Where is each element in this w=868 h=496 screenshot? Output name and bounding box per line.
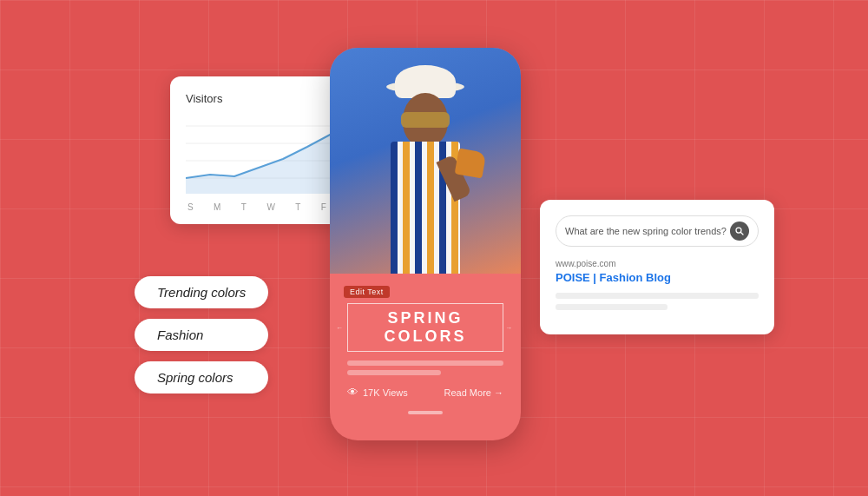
keyword-pills: Trending colors Fashion Spring colors	[135, 276, 268, 393]
search-result-card: What are the new spring color trends? ww…	[540, 200, 774, 334]
chart-labels: S M T W T F S	[186, 202, 354, 212]
person-figure	[356, 56, 495, 274]
eye-icon: 👁	[347, 386, 358, 399]
pill-trending-colors[interactable]: Trending colors	[135, 276, 268, 308]
search-button[interactable]	[730, 222, 749, 241]
chart-label-w: W	[266, 202, 274, 212]
chart-label-t1: T	[241, 202, 247, 212]
edit-text-badge[interactable]: Edit Text	[344, 286, 390, 298]
chart-label-s: S	[187, 202, 194, 212]
search-result-line-2	[556, 304, 667, 310]
chart-label-t2: T	[295, 202, 300, 212]
phone-card: Edit Text SPRING COLORS 👁 17K Views Read…	[330, 48, 521, 440]
phone-read-more-link[interactable]: Read More →	[444, 387, 503, 398]
chart-svg	[186, 116, 354, 194]
pizza	[455, 148, 487, 178]
pill-fashion[interactable]: Fashion	[135, 319, 268, 351]
svg-marker-4	[186, 122, 354, 194]
phone-line-1	[347, 360, 503, 366]
chart-label-f: F	[321, 202, 326, 212]
chart-title: Visitors	[186, 92, 354, 105]
search-input-row[interactable]: What are the new spring color trends?	[556, 215, 759, 247]
chart-label-m: M	[214, 202, 220, 212]
search-result-title[interactable]: POISE | Fashion Blog	[556, 271, 759, 284]
svg-line-6	[740, 232, 743, 235]
phone-content: Edit Text SPRING COLORS 👁 17K Views Read…	[330, 274, 521, 414]
phone-line-2	[347, 370, 441, 375]
phone-views: 👁 17K Views	[347, 386, 408, 399]
phone-views-count: 17K Views	[363, 387, 408, 398]
search-icon	[734, 226, 745, 236]
search-result-line-1	[556, 293, 759, 299]
search-query-text: What are the new spring color trends?	[565, 226, 730, 236]
phone-meta: 👁 17K Views Read More →	[344, 386, 507, 399]
search-result-url: www.poise.com	[556, 259, 759, 268]
phone-text-lines	[347, 360, 503, 375]
phone-home-indicator	[408, 411, 443, 414]
glasses	[401, 112, 450, 128]
pill-spring-colors[interactable]: Spring colors	[135, 361, 268, 393]
phone-hero-image	[330, 48, 521, 274]
phone-headline[interactable]: SPRING COLORS	[347, 303, 503, 352]
